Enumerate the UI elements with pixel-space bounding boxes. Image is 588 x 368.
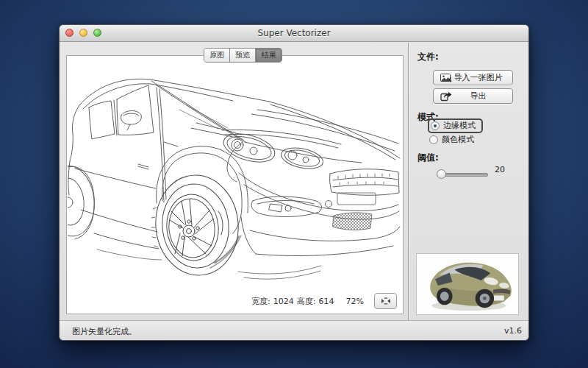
export-arrow-icon bbox=[440, 91, 452, 102]
width-label: 宽度: bbox=[251, 296, 270, 307]
edge-mode-label: 边缘模式 bbox=[443, 120, 476, 131]
export-button[interactable]: 导出 bbox=[433, 88, 513, 104]
status-message: 图片矢量化完成。 bbox=[72, 326, 137, 337]
window-title: Super Vectorizer bbox=[60, 28, 528, 38]
app-version: v1.6 bbox=[504, 326, 522, 336]
slider-knob[interactable] bbox=[437, 169, 446, 179]
file-section-label: 文件: bbox=[417, 51, 439, 63]
view-tabs: 原图 预览 结果 bbox=[204, 48, 282, 63]
tab-result[interactable]: 结果 bbox=[256, 49, 282, 62]
desktop-background: Super Vectorizer 原图 预览 结果 bbox=[0, 0, 588, 368]
color-mode-label: 颜色模式 bbox=[442, 134, 474, 145]
sidebar-separator bbox=[408, 43, 409, 322]
window-titlebar[interactable]: Super Vectorizer bbox=[60, 25, 528, 42]
threshold-section-label: 阈值: bbox=[417, 152, 439, 164]
status-bar: 图片矢量化完成。 v1.6 bbox=[60, 320, 528, 340]
threshold-value: 20 bbox=[495, 165, 505, 174]
width-value: 1024 bbox=[273, 297, 294, 306]
tab-original[interactable]: 原图 bbox=[204, 49, 230, 62]
radio-selected-icon bbox=[431, 121, 440, 130]
fit-to-window-button[interactable] bbox=[374, 293, 397, 309]
radio-unselected-icon bbox=[429, 135, 438, 144]
image-dimension-readout: 宽度: 1024 高度: 614 72% bbox=[251, 293, 397, 309]
result-canvas[interactable]: 宽度: 1024 高度: 614 72% bbox=[66, 55, 404, 314]
vectorized-car-drawing bbox=[68, 57, 402, 308]
color-mode-radio[interactable]: 颜色模式 bbox=[429, 134, 474, 145]
original-car-photo bbox=[417, 254, 518, 314]
import-image-button[interactable]: 导入一张图片 bbox=[433, 70, 513, 85]
add-image-icon bbox=[440, 73, 452, 83]
tab-preview[interactable]: 预览 bbox=[230, 49, 256, 62]
height-value: 614 bbox=[319, 297, 334, 306]
edge-mode-radio[interactable]: 边缘模式 bbox=[428, 118, 483, 133]
app-window: Super Vectorizer 原图 预览 结果 bbox=[59, 24, 529, 341]
zoom-percent: 72% bbox=[346, 297, 364, 306]
height-label: 高度: bbox=[297, 296, 316, 307]
threshold-slider[interactable] bbox=[437, 169, 488, 179]
fit-to-window-icon bbox=[380, 297, 392, 305]
original-image-thumbnail bbox=[416, 253, 519, 315]
